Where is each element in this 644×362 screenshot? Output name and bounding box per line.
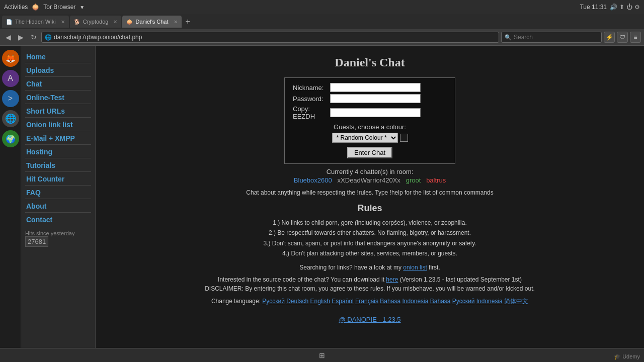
onion-list-link[interactable]: onion list (403, 264, 427, 271)
sidebar-item-tutorials[interactable]: Tutorials (25, 159, 91, 172)
lang-bahasa[interactable]: Bahasa (380, 298, 400, 305)
nickname-row: Nickname: (293, 83, 447, 92)
back-button[interactable]: ◀ (3, 32, 14, 42)
sidebar-item-email-xmpp[interactable]: E-Mail + XMPP (25, 132, 91, 145)
apps-grid-button[interactable]: ⊞ (315, 348, 329, 363)
searching-info: Searching for links? have a look at my o… (106, 264, 634, 271)
nickname-input[interactable] (330, 83, 421, 92)
change-language: Change language: Русский Deutsch English… (106, 297, 634, 306)
url-bar-wrap: 🌐 (41, 32, 499, 43)
bottom-taskbar: ⊞ (0, 348, 644, 362)
dropdown-icon[interactable]: ▼ (79, 5, 85, 10)
activities-label[interactable]: Activities (4, 4, 28, 11)
lang-chinese[interactable]: 简体中文 (504, 298, 528, 305)
desktop-topbar: Activities 🧅 Tor Browser ▼ Tue 11:31 🔊 ⬆… (0, 0, 644, 14)
tab-label-cryptodog: Cryptodog (83, 19, 109, 25)
nav-bar: ◀ ▶ ↻ 🌐 🔍 ⚡ 🛡 ≡ (0, 29, 644, 45)
search-icon: 🔍 (505, 34, 512, 41)
tab-bar: 📄 The Hidden Wiki ✕ 🐕 Cryptodog ✕ 🧅 Dani… (0, 14, 644, 29)
url-globe-icon: 🌐 (45, 34, 52, 41)
search-bar-wrap: 🔍 (501, 32, 602, 43)
shield-button[interactable]: 🛡 (617, 32, 628, 43)
menu-button[interactable]: ≡ (630, 32, 641, 43)
app-icon-gray[interactable]: 🌐 (2, 110, 19, 127)
enter-chat-button[interactable]: Enter Chat (347, 147, 392, 158)
tab-daniels-chat[interactable]: 🧅 Daniel's Chat ✕ (122, 16, 181, 28)
sidebar-item-short-urls[interactable]: Short URLs (25, 105, 91, 118)
lang-deutsch[interactable]: Deutsch (286, 298, 308, 305)
sidebar-item-contact[interactable]: Contact (25, 214, 91, 226)
rule-4: 4.) Don't plan attacking other sites, se… (106, 248, 634, 258)
source-link[interactable]: here (386, 276, 398, 283)
sidebar-item-uploads[interactable]: Uploads (25, 64, 91, 77)
currently-text: Currently 4 chatter(s) in room: (106, 168, 634, 175)
lang-russian2[interactable]: Русский (452, 298, 475, 305)
password-row: Password: (293, 94, 447, 103)
lang-indonesia2[interactable]: Indonesia (476, 298, 503, 305)
tor-browser-label: 🧅 (32, 4, 39, 11)
clock: Tue 11:31 🔊 ⬆ ⏻ ⚙ (580, 4, 640, 11)
lang-espanol[interactable]: Español (332, 298, 353, 305)
sidebar-item-about[interactable]: About (25, 200, 91, 213)
sidebar-item-onion-link-list[interactable]: Onion link list (25, 119, 91, 131)
copy-row: Copy: EEZDH (293, 105, 447, 120)
audio-icon[interactable]: 🔊 (610, 4, 617, 11)
password-input[interactable] (330, 94, 421, 103)
app-icon-blue[interactable]: > (2, 90, 19, 107)
sidebar-item-online-test[interactable]: Online-Test (25, 92, 91, 104)
reload-button[interactable]: ↻ (28, 32, 39, 42)
bottom-link[interactable]: @ DANOPIE - 1.23.5 (339, 316, 400, 323)
url-input[interactable] (54, 34, 496, 41)
tab-hidden-wiki[interactable]: 📄 The Hidden Wiki ✕ (2, 16, 69, 28)
rule-2: 2.) Be respectful towards other chatters… (106, 228, 634, 238)
colour-row: * Random Colour * (293, 133, 447, 143)
rule-3: 3.) Don't scam, spam, or post info that … (106, 238, 634, 248)
settings-icon[interactable]: ⚙ (634, 4, 640, 11)
app-icon-purple[interactable]: A (2, 70, 19, 87)
hits-count: 27681 (25, 236, 48, 247)
forward-button[interactable]: ▶ (16, 32, 26, 42)
lang-francais[interactable]: Français (355, 298, 378, 305)
app-icon-green[interactable]: 🌍 (2, 130, 19, 147)
colour-label: Guests, choose a colour: (293, 123, 447, 131)
rules-title: Rules (106, 203, 634, 214)
browser-name-label[interactable]: Tor Browser (43, 4, 75, 11)
rules-list: 1.) No links to child porn, gore (includ… (106, 218, 634, 259)
source-info: Interested in the source code of the cha… (106, 276, 634, 283)
new-tab-button[interactable]: + (183, 17, 193, 26)
hits-label: Hits since yesterday (25, 230, 91, 236)
power-icon[interactable]: ⏻ (626, 4, 632, 11)
copy-input[interactable] (330, 108, 421, 117)
nav-bar-right: ⚡ 🛡 ≡ (604, 32, 641, 43)
page-sidebar: Home Uploads Chat Online-Test Short URLs… (21, 46, 96, 362)
colour-preview (400, 134, 408, 142)
sidebar-item-home[interactable]: Home (25, 51, 91, 63)
lang-indonesia[interactable]: Indonesia (402, 298, 428, 305)
tab-close-hidden-wiki[interactable]: ✕ (61, 19, 65, 25)
colour-select[interactable]: * Random Colour * (332, 133, 398, 143)
sidebar-item-faq[interactable]: FAQ (25, 187, 91, 199)
tor-check-button[interactable]: ⚡ (604, 32, 615, 43)
network-icon[interactable]: ⬆ (619, 4, 624, 11)
tab-icon-cryptodog: 🐕 (74, 19, 80, 25)
login-form: Nickname: Password: Copy: EEZDH Guests, … (284, 77, 455, 164)
search-input[interactable] (514, 34, 598, 41)
password-label: Password: (293, 95, 328, 103)
chatter-bluebox: Bluebox2600 (294, 176, 332, 184)
chatter-groot: groot (406, 176, 421, 184)
tab-icon-hidden-wiki: 📄 (6, 19, 12, 25)
tab-label-daniels-chat: Daniel's Chat (135, 19, 168, 25)
sidebar-item-chat[interactable]: Chat (25, 78, 91, 90)
lang-russian[interactable]: Русский (262, 298, 285, 305)
sidebar-item-hosting[interactable]: Hosting (25, 146, 91, 158)
copy-label: Copy: EEZDH (293, 105, 328, 120)
tab-close-daniels-chat[interactable]: ✕ (174, 19, 178, 25)
tab-cryptodog[interactable]: 🐕 Cryptodog ✕ (70, 16, 122, 28)
sidebar-item-hit-counter[interactable]: Hit Counter (25, 173, 91, 186)
tab-close-cryptodog[interactable]: ✕ (113, 19, 117, 25)
browser-chrome: 📄 The Hidden Wiki ✕ 🐕 Cryptodog ✕ 🧅 Dani… (0, 14, 644, 46)
firefox-icon[interactable]: 🦊 (2, 50, 19, 67)
lang-bahasa2[interactable]: Bahasa (430, 298, 451, 305)
lang-english[interactable]: English (310, 298, 330, 305)
copy-code: EEZDH (293, 113, 315, 120)
